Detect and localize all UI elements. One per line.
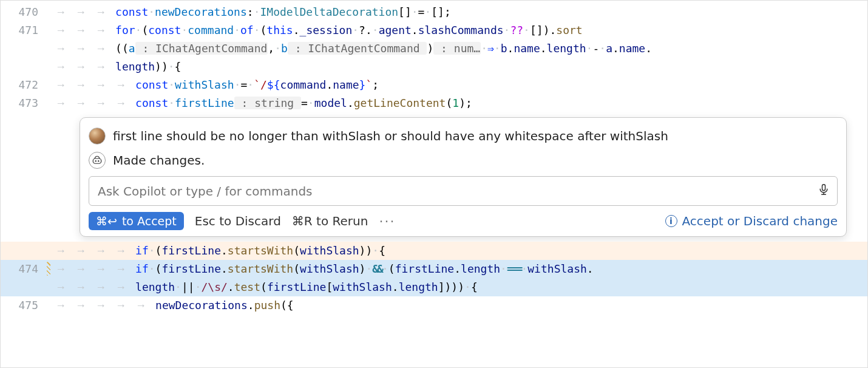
chat-assistant-message: Made changes.: [89, 152, 838, 169]
chat-input[interactable]: [89, 176, 838, 206]
code-line: 470 → → → const·newDecorations:·IModelDe…: [1, 3, 867, 21]
code-content[interactable]: → → → length))·{: [55, 58, 867, 76]
svg-rect-0: [93, 158, 101, 163]
svg-point-2: [98, 160, 99, 162]
line-number: 473: [1, 94, 55, 112]
svg-rect-3: [822, 185, 826, 191]
svg-point-1: [95, 160, 97, 162]
code-content[interactable]: → → → const·newDecorations:·IModelDeltaD…: [55, 3, 867, 21]
code-line: 471 → → → for·(const·command·of·(this._s…: [1, 21, 867, 39]
line-number: 475: [1, 296, 55, 314]
diff-removed-line: → → → → if·(firstLine.startsWith(withSla…: [1, 242, 867, 260]
diff-added-line-wrap: → → → → length·||·/\s/.test(firstLine[wi…: [1, 278, 867, 296]
shortcut-key: ⌘↩: [96, 214, 117, 228]
code-content[interactable]: → → → → if·(firstLine.startsWith(withSla…: [55, 260, 867, 278]
code-editor[interactable]: 470 → → → const·newDecorations:·IModelDe…: [1, 1, 867, 315]
chat-user-message: first line should be no longer than with…: [89, 128, 838, 145]
chat-input-field[interactable]: [97, 183, 818, 199]
diff-added-line: 474 → → → → if·(firstLine.startsWith(wit…: [1, 260, 867, 278]
accept-button[interactable]: ⌘↩ to Accept: [89, 212, 184, 230]
hint-text: Accept or Discard change: [682, 214, 838, 228]
code-content[interactable]: → → → ((a : IChatAgentCommand,·b : IChat…: [55, 39, 867, 58]
info-icon: i: [665, 215, 677, 227]
chat-assistant-text: Made changes.: [113, 153, 205, 168]
code-content[interactable]: → → → → if·(firstLine.startsWith(withSla…: [55, 242, 867, 260]
code-content[interactable]: → → → → const·withSlash·=·`/${command.na…: [55, 76, 867, 94]
code-line: 472 → → → → const·withSlash·=·`/${comman…: [1, 76, 867, 94]
code-line: 475 → → → → → newDecorations.push({: [1, 296, 867, 315]
copilot-icon: [89, 152, 106, 169]
more-menu-icon[interactable]: ···: [379, 214, 395, 229]
code-content[interactable]: → → → → → newDecorations.push({: [55, 296, 867, 315]
code-content[interactable]: → → → → length·||·/\s/.test(firstLine[wi…: [55, 278, 867, 296]
code-content[interactable]: → → → for·(const·command·of·(this._sessi…: [55, 21, 867, 39]
user-avatar-icon: [89, 128, 106, 145]
code-line-wrap: → → → ((a : IChatAgentCommand,·b : IChat…: [1, 39, 867, 58]
chat-toolbar: ⌘↩ to Accept Esc to Discard ⌘R to Rerun …: [89, 212, 838, 230]
code-content[interactable]: → → → → const·firstLine : string =·model…: [55, 94, 867, 112]
code-line-wrap: → → → length))·{: [1, 58, 867, 76]
chat-user-text: first line should be no longer than with…: [113, 129, 668, 143]
line-number: 474: [1, 260, 55, 278]
line-number: 471: [1, 21, 55, 39]
microphone-icon[interactable]: [818, 183, 830, 199]
accept-label: to Accept: [122, 214, 177, 228]
accept-discard-hint[interactable]: i Accept or Discard change: [665, 214, 838, 228]
discard-button[interactable]: Esc to Discard: [195, 214, 281, 228]
line-number: 470: [1, 3, 55, 21]
code-line: 473 → → → → const·firstLine : string =·m…: [1, 94, 867, 112]
rerun-button[interactable]: ⌘R to Rerun: [292, 214, 368, 228]
line-number: 472: [1, 76, 55, 94]
inline-chat-widget[interactable]: first line should be no longer than with…: [80, 117, 847, 237]
